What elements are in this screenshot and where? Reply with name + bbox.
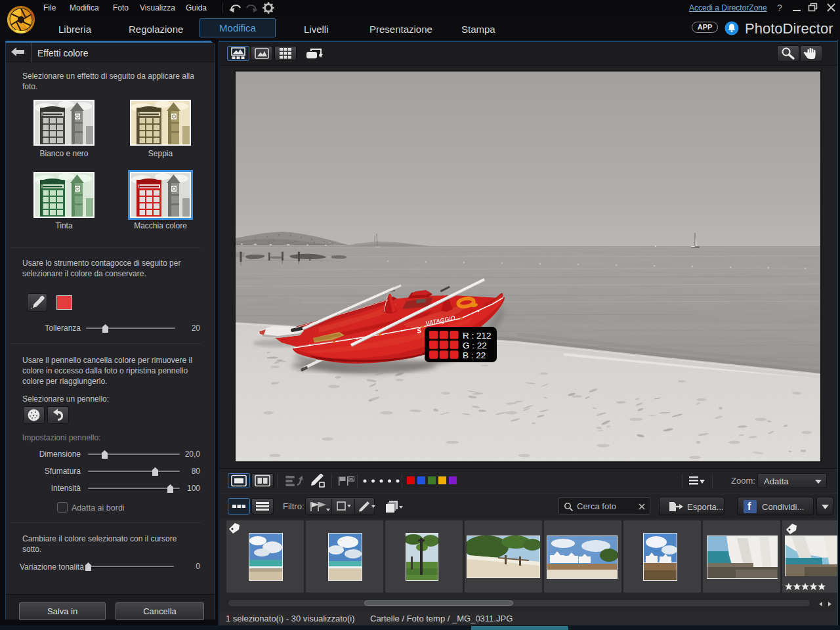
svg-text:B : 22: B : 22 [463,350,486,360]
svg-text:R : 212: R : 212 [463,331,492,341]
svg-text:G : 22: G : 22 [463,341,487,350]
